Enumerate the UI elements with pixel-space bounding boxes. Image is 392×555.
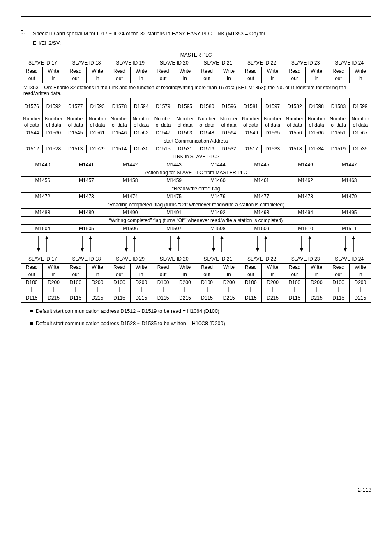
section-text-2: EH/EH2/SV: [33,40,371,46]
svg-marker-9 [125,248,128,252]
cell: D100 [152,279,174,287]
cell: M1462 [284,177,327,185]
slave-id-17: SLAVE ID 17 [21,59,65,67]
cell: D1545 [65,129,86,137]
cell: in [130,75,152,83]
cell: D115 [196,294,218,302]
cell: D100 [284,279,305,287]
cell: Write [218,67,240,75]
cell: M1440 [21,161,65,169]
cell: D200 [43,279,65,287]
d115-d215-row: D115D215 D115D215 D115D215 D115D215 D115… [21,294,371,302]
cell: M1458 [108,177,152,185]
rw-error-header: “Read/write error” flag [21,185,371,192]
bullet-2: Default start communication address D152… [30,320,371,328]
slave-id-20: SLAVE ID 20 [152,59,196,67]
cell: D115 [327,294,349,302]
cell: M1459 [152,177,196,185]
cell: SLAVE ID 22 [240,255,284,263]
cell: D1566 [306,129,327,137]
cell: Number of data [306,115,327,129]
cell: in [86,271,108,279]
cell: M1507 [152,224,196,232]
cell: M1444 [196,161,240,169]
cell: in [306,271,327,279]
cell: M1495 [327,209,371,217]
cell: Number of data [21,115,43,129]
cell: in [86,75,108,83]
cell: Write [349,263,371,271]
arrow-down-up-icon [339,235,360,252]
start-comm-header: start Communication Address [21,137,371,145]
cell: D1514 [108,145,130,153]
cell: SLAVE ID 18 [65,255,108,263]
cell: out [196,271,218,279]
cell: D1580 [196,98,218,115]
m-row-2: M1456M1457M1458M1459 M1460M1461M1462M146… [21,177,371,185]
cell: in [174,271,196,279]
cell: Read [284,263,305,271]
cell: in [218,75,240,83]
cell: in [130,271,152,279]
cell: out [21,271,43,279]
cell: Read [240,67,262,75]
arrow-down-up-icon [32,235,53,252]
cell: D1534 [306,145,327,153]
cell: in [218,271,240,279]
cell: D1560 [43,129,65,137]
arrow-down-up-icon [208,235,228,252]
cell: SLAVE ID 23 [284,255,327,263]
bar-cell [306,287,327,294]
cell: D115 [65,294,86,302]
cell: D215 [306,294,327,302]
cell: M1490 [108,209,152,217]
bar-cell [262,287,284,294]
cell: M1506 [108,224,152,232]
cell: M1460 [196,177,240,185]
svg-marker-27 [308,236,311,239]
read-write-row-2-top: ReadWrite ReadWrite ReadWrite ReadWrite … [21,263,371,271]
cell: Number of data [86,115,108,129]
cell: D1563 [174,129,196,137]
svg-marker-7 [89,236,92,239]
slave-header-row-1: SLAVE ID 17 SLAVE ID 18 SLAVE ID 19 SLAV… [21,59,371,67]
cell: D200 [174,279,196,287]
cell: Number of data [218,115,240,129]
link-slave-header: LINK in SLAVE PLC? [21,153,371,161]
cell: Read [108,67,130,75]
d-row-1: D1576D1592D1577D1593 D1578D1594D1579D159… [21,98,371,115]
cell: SLAVE ID 29 [108,255,152,263]
page-footer: 2-113 [21,484,371,493]
cell: in [43,75,65,83]
bullet-1-text: Default start communication address D151… [36,308,219,314]
cell: D1565 [262,129,284,137]
section-heading: 5. Special D and special M for ID17 ~ ID… [21,30,371,38]
cell: D1515 [152,145,174,153]
cell: Number of data [196,115,218,129]
section-number: 5. [21,30,33,38]
cell: out [65,271,86,279]
cell: M1473 [65,193,108,201]
cell: D215 [43,294,65,302]
cell: in [306,75,327,83]
cell: D215 [262,294,284,302]
cell: M1472 [21,193,65,201]
cell: Number of data [65,115,86,129]
cell: D200 [218,279,240,287]
action-flag-header: Action flag for SLAVE PLC from MASTER PL… [21,169,371,177]
cell: D1512 [21,145,43,153]
cell: out [21,75,43,83]
cell: D1530 [130,145,152,153]
cell: in [174,75,196,83]
cell: D1544 [21,129,43,137]
cell: M1511 [327,224,371,232]
cell: D1546 [108,129,130,137]
cell: out [108,271,130,279]
cell: D1577 [65,98,86,115]
cell: Read [21,67,43,75]
cell: SLAVE ID 17 [21,255,65,263]
cell: D100 [240,279,262,287]
page-number: 2-113 [358,487,371,493]
cell: M1461 [240,177,284,185]
arrow-down-up-icon [164,235,184,252]
